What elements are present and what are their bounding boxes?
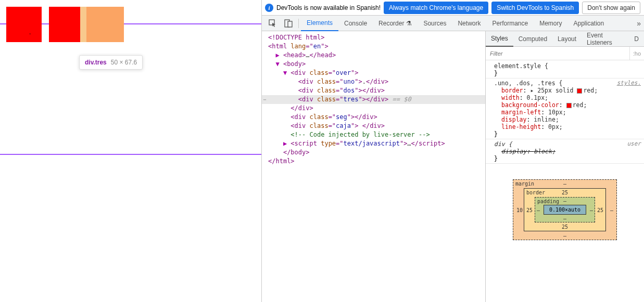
inspect-tooltip: div.tres 50 × 67.6 [79, 55, 143, 70]
box-model-diagram: margin – 10 – – border 25 25 25 25 pad [486, 164, 644, 256]
filter-bar: :ho [486, 47, 644, 60]
tab-memory[interactable]: Memory [534, 16, 567, 31]
main-tabs: Elements Console Recorder⚗ Sources Netwo… [262, 16, 644, 31]
devtools-panel: i DevTools is now available in Spanish! … [261, 0, 644, 302]
dot: . [29, 29, 31, 36]
rule-uno-dos-tres[interactable]: styles. .uno, .dos, .tres { border: ▸ 25… [486, 78, 644, 139]
doctype: <!DOCTYPE html> [268, 34, 324, 41]
subtab-styles[interactable]: Styles [486, 31, 513, 47]
infobar: i DevTools is now available in Spanish! … [262, 0, 644, 16]
inspect-tool-icon[interactable] [265, 16, 281, 31]
subtab-listeners[interactable]: Event Listeners [582, 32, 629, 46]
filter-input[interactable] [486, 47, 629, 60]
tab-network[interactable]: Network [452, 16, 486, 31]
tab-application[interactable]: Application [568, 16, 610, 31]
panels: <!DOCTYPE html> <html lang="en"> ▶ <head… [262, 31, 644, 302]
dom-tree[interactable]: <!DOCTYPE html> <html lang="en"> ▶ <head… [262, 31, 486, 302]
tooltip-dimensions: 50 × 67.6 [111, 59, 137, 66]
svg-rect-2 [288, 21, 292, 27]
subtab-more[interactable]: D [629, 32, 644, 46]
flask-icon: ⚗ [406, 20, 412, 27]
dismiss-button[interactable]: Don't show again [582, 2, 640, 14]
margin-overlay [80, 7, 86, 42]
rule-element-style[interactable]: element.style { } [486, 61, 644, 78]
bm-border[interactable]: border 25 25 25 25 padding – – – – [524, 188, 606, 231]
tab-elements[interactable]: Elements [301, 16, 338, 31]
box-dos [49, 7, 84, 42]
subtab-layout[interactable]: Layout [552, 32, 582, 46]
styles-subtabs: Styles Computed Layout Event Listeners D [486, 31, 644, 47]
css-rules: element.style { } styles. .uno, .dos, .t… [486, 60, 644, 302]
selected-node[interactable]: ⋯ <div class="tres"></div> == $0 [262, 95, 485, 104]
page-preview: . div.tres 50 × 67.6 [0, 0, 261, 302]
bm-margin[interactable]: margin – 10 – – border 25 25 25 25 pad [513, 179, 617, 240]
tooltip-selector: div.tres [85, 59, 107, 66]
device-toggle-icon[interactable] [281, 16, 296, 31]
switch-language-button[interactable]: Switch DevTools to Spanish [491, 2, 579, 14]
box-uno: . [6, 7, 42, 42]
tab-recorder[interactable]: Recorder⚗ [373, 16, 418, 31]
subtab-computed[interactable]: Computed [513, 32, 552, 46]
match-language-button[interactable]: Always match Chrome's language [384, 2, 488, 14]
bm-padding[interactable]: padding – – – – 0.100×auto [535, 197, 595, 222]
bm-content[interactable]: 0.100×auto [544, 205, 586, 215]
tab-console[interactable]: Console [338, 16, 373, 31]
tab-sources[interactable]: Sources [418, 16, 452, 31]
more-tabs-icon[interactable]: » [637, 19, 641, 28]
rule-source-ua: user [627, 140, 641, 147]
info-icon: i [265, 4, 273, 12]
comment: <!-- Code injected by live-server --> [291, 131, 430, 138]
infobar-message: DevTools is now available in Spanish! [276, 4, 381, 11]
styles-panel: Styles Computed Layout Event Listeners D… [486, 31, 644, 302]
rule-source[interactable]: styles. [617, 80, 641, 86]
tab-performance[interactable]: Performance [486, 16, 534, 31]
rule-div-ua[interactable]: user div { display: block; } [486, 139, 644, 164]
divider [298, 19, 299, 28]
hov-toggle[interactable]: :ho [629, 47, 644, 60]
box-tres-highlight [84, 7, 124, 42]
